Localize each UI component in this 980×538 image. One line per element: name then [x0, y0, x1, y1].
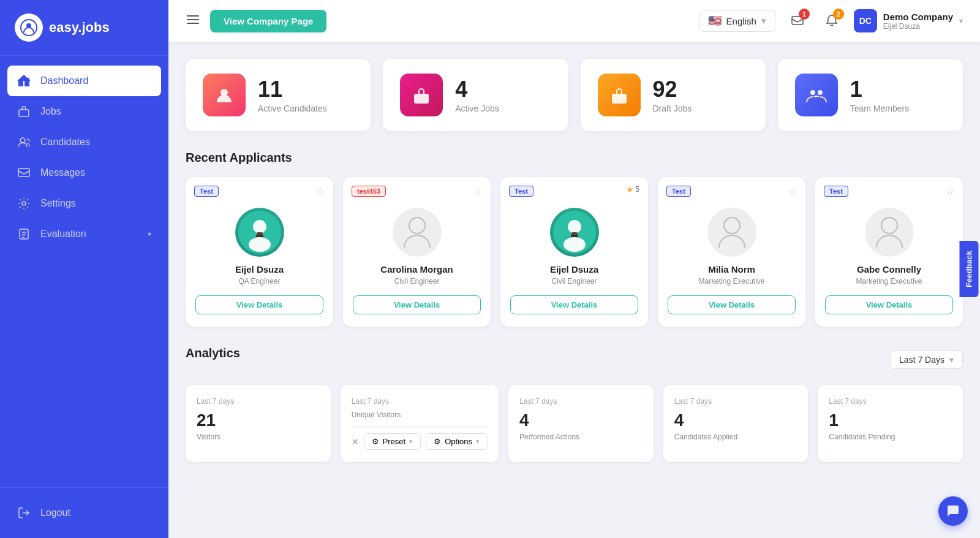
applicant-card-2: Test ★ 5 Eijel Dsuza Civil Engineer	[500, 177, 648, 327]
company-name: Demo Company	[883, 12, 953, 22]
sidebar-item-label: Candidates	[40, 137, 90, 148]
stat-number-active-candidates: 11	[258, 77, 327, 102]
menu-button[interactable]	[186, 12, 200, 29]
sidebar-item-settings[interactable]: Settings	[0, 188, 168, 219]
svg-rect-25	[571, 235, 578, 237]
sidebar-item-messages[interactable]: Messages	[0, 157, 168, 188]
chevron-down-icon: ▾	[761, 15, 766, 26]
view-details-button[interactable]: View Details	[668, 295, 796, 314]
candidates-icon	[17, 135, 31, 149]
messages-icon	[17, 166, 31, 180]
candidate-tag: test453	[352, 186, 386, 197]
preset-close-icon[interactable]: ✕	[352, 437, 359, 447]
preset-button[interactable]: ⚙ Preset ▾	[364, 433, 421, 450]
candidate-name: Gabe Connelly	[857, 264, 921, 275]
svg-point-14	[818, 90, 823, 95]
svg-point-13	[810, 90, 815, 95]
applicant-card-4: Test ☆ Gabe Connelly Marketing Executive…	[815, 177, 963, 327]
company-info[interactable]: DC Demo Company Eijel Dsuza ▾	[854, 9, 963, 32]
sidebar-item-logout[interactable]: Logout	[0, 498, 168, 528]
chat-button[interactable]	[938, 496, 968, 526]
view-details-button[interactable]: View Details	[353, 295, 481, 314]
notifications-button[interactable]: 2	[820, 9, 844, 33]
logout-label: Logout	[40, 507, 70, 518]
avatar	[707, 208, 756, 257]
svg-rect-11	[414, 94, 429, 104]
recent-applicants-title: Recent Applicants	[186, 151, 963, 165]
stat-number-team-members: 1	[850, 77, 909, 102]
sidebar-item-evaluation[interactable]: Evaluation ▾	[0, 219, 168, 249]
language-label: English	[726, 16, 756, 26]
svg-point-16	[253, 220, 266, 233]
svg-point-7	[22, 202, 26, 205]
star-rating: ★ 5	[626, 184, 639, 194]
options-icon: ⚙	[434, 437, 441, 446]
analytics-header: Analytics Last 7 Days ▾	[186, 346, 963, 373]
analytics-cards: Last 7 days 21 Visitors Last 7 days Uniq…	[186, 385, 963, 462]
svg-point-23	[564, 237, 586, 252]
applicant-card-3: Test ☆ Milia Norm Marketing Executive Vi…	[658, 177, 805, 327]
analytics-sublabel: Visitors	[197, 433, 320, 441]
svg-point-5	[20, 138, 25, 143]
star-icon[interactable]: ☆	[788, 186, 797, 197]
view-details-button[interactable]: View Details	[825, 295, 953, 314]
sidebar-item-candidates[interactable]: Candidates	[0, 127, 168, 157]
analytics-number: 4	[674, 411, 797, 430]
analytics-card-candidates-applied: Last 7 days 4 Candidates Applied	[663, 385, 809, 462]
header: View Company Page 🇺🇸 English ▾ 1 2 DC De…	[168, 0, 980, 42]
period-selector[interactable]: Last 7 Days ▾	[890, 350, 963, 369]
analytics-sublabel: Candidates Applied	[674, 433, 797, 441]
chevron-down-icon: ▾	[409, 438, 413, 445]
star-icon[interactable]: ☆	[946, 186, 954, 197]
star-icon[interactable]: ☆	[473, 186, 482, 197]
sidebar-item-dashboard[interactable]: Dashboard	[7, 66, 161, 96]
svg-rect-6	[18, 169, 29, 176]
sidebar-item-label: Evaluation	[40, 229, 86, 240]
candidate-name: Milia Norm	[708, 264, 755, 275]
logo: easy.jobs	[0, 0, 168, 56]
sidebar-item-label: Dashboard	[40, 75, 88, 86]
candidate-tag: Test	[194, 186, 219, 197]
analytics-period: Last 7 days	[674, 397, 797, 406]
logout-section: Logout	[0, 487, 168, 538]
applicant-card-0: Test ☆ Eijel Dsuza QA Engineer View Deta…	[186, 177, 333, 327]
analytics-card-unique-visitors: Last 7 days Unique Visitors ✕ ⚙ Preset ▾…	[341, 385, 499, 462]
candidate-name: Eijel Dsuza	[550, 264, 598, 275]
svg-rect-4	[19, 110, 29, 116]
candidate-role: Civil Engineer	[394, 277, 439, 286]
settings-icon	[17, 197, 31, 210]
main-content: View Company Page 🇺🇸 English ▾ 1 2 DC De…	[168, 0, 980, 538]
candidate-name: Carolina Morgan	[380, 264, 453, 275]
star-icon[interactable]: ☆	[316, 186, 325, 197]
logout-icon	[17, 506, 31, 520]
stats-row: 11 Active Candidates 4 Active Jobs	[186, 59, 963, 131]
briefcase-icon	[17, 105, 31, 118]
analytics-period: Last 7 days	[352, 397, 488, 406]
analytics-number: 21	[197, 411, 320, 430]
chevron-down-icon: ▾	[476, 438, 480, 445]
messages-badge: 1	[799, 9, 810, 20]
active-candidates-icon-box	[203, 74, 246, 116]
analytics-card-candidates-pending: Last 7 days 1 Candidates Pending	[818, 385, 963, 462]
feedback-button[interactable]: Feedback	[960, 241, 979, 297]
view-company-button[interactable]: View Company Page	[210, 10, 326, 32]
sidebar-item-jobs[interactable]: Jobs	[0, 96, 168, 127]
stat-label-draft-jobs: Draft Jobs	[653, 104, 692, 113]
stat-label-active-jobs: Active Jobs	[455, 104, 499, 113]
language-selector[interactable]: 🇺🇸 English ▾	[699, 10, 775, 32]
active-jobs-icon-box	[400, 74, 443, 116]
avatar	[235, 208, 284, 257]
home-icon	[17, 74, 31, 88]
company-avatar: DC	[854, 9, 877, 32]
svg-point-27	[881, 218, 897, 233]
messages-button[interactable]: 1	[785, 9, 810, 33]
avatar	[393, 208, 442, 257]
options-button[interactable]: ⚙ Options ▾	[426, 433, 488, 450]
sidebar-item-label: Messages	[40, 167, 85, 178]
view-details-button[interactable]: View Details	[510, 295, 638, 314]
team-members-icon-box	[795, 74, 838, 116]
preset-icon: ⚙	[372, 437, 379, 446]
candidate-role: Marketing Executive	[856, 277, 922, 286]
stat-number-draft-jobs: 92	[653, 77, 692, 102]
view-details-button[interactable]: View Details	[195, 295, 323, 314]
